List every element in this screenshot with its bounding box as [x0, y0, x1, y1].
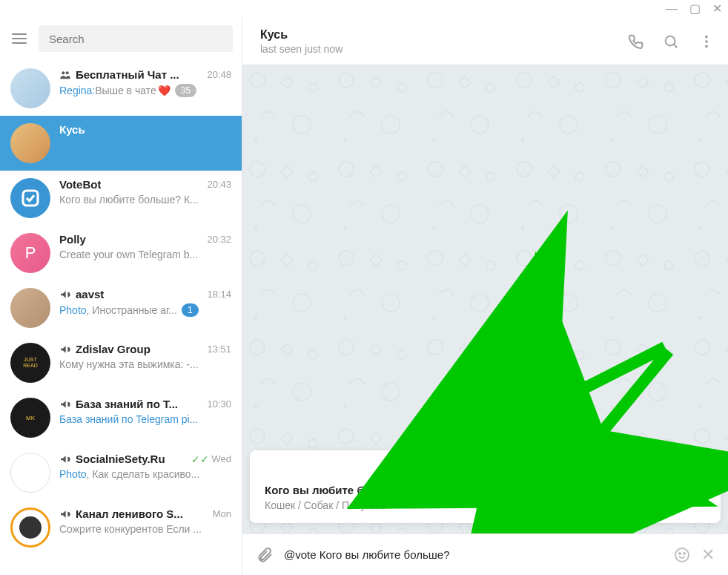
chat-title-text: Zdislav Group	[76, 343, 150, 355]
avatar: MK	[10, 398, 50, 438]
group-icon	[59, 69, 71, 81]
chat-item[interactable]: SocialnieSety.Ru ✓✓Wed Photo, Как сделат…	[0, 445, 242, 500]
chat-time: Mon	[213, 508, 231, 519]
svg-point-5	[705, 40, 708, 43]
chat-time: 18:14	[207, 289, 231, 300]
chat-header-status: last seen just now	[260, 43, 343, 55]
avatar-letter: P	[25, 243, 36, 263]
photo-label: Photo	[59, 468, 87, 480]
chat-preview-text: Выше в чате	[95, 85, 156, 96]
sidebar: Бесплатный Чат ... 20:48 Regina: Выше в …	[0, 18, 242, 575]
avatar: JUSTREAD	[10, 343, 50, 383]
chat-item[interactable]: Канал ленивого S... Mon Сожрите конкурен…	[0, 500, 242, 555]
chat-time: 20:43	[207, 179, 231, 190]
chat-preview-text: Сожрите конкурентов Если ...	[59, 523, 231, 535]
call-icon[interactable]	[627, 33, 643, 50]
minimize-button[interactable]: —	[666, 3, 678, 15]
chat-preview-text: Кому нужна эта выжимка: -...	[59, 358, 231, 370]
heart-icon: ❤️	[158, 85, 171, 96]
chat-title-text: База знаний по T...	[76, 398, 178, 410]
channel-icon	[59, 508, 71, 520]
chat-sender: Regina:	[59, 85, 95, 96]
channel-icon	[59, 344, 71, 355]
chat-title-text: Бесплатный Чат ...	[76, 68, 179, 81]
channel-icon	[59, 289, 71, 300]
create-poll-link[interactable]: Create new poll	[265, 461, 706, 473]
chat-background: Create new poll Кого вы любите больше? К…	[242, 65, 728, 533]
chat-time: 10:30	[207, 398, 231, 410]
chat-preview-text: Кого вы любите больше? К...	[59, 194, 231, 206]
unread-badge: 1	[182, 303, 199, 317]
chat-time: 20:48	[207, 69, 231, 80]
clear-input-icon[interactable]: ✕	[701, 545, 715, 565]
svg-point-1	[66, 71, 69, 74]
chat-title-text: Кусь	[59, 123, 85, 136]
chat-header: Кусь last seen just now	[242, 18, 728, 65]
more-icon[interactable]	[698, 33, 715, 50]
search-icon[interactable]	[663, 33, 679, 50]
chat-header-name[interactable]: Кусь	[260, 28, 343, 42]
chat-time: 20:32	[207, 234, 231, 245]
chat-item[interactable]: MK База знаний по T... 10:30 База знаний…	[0, 390, 242, 445]
chat-item[interactable]: JUSTREAD Zdislav Group 13:51 Кому нужна …	[0, 335, 242, 390]
maximize-button[interactable]: ▢	[689, 3, 701, 15]
svg-point-4	[705, 35, 708, 38]
chat-item[interactable]: aavst 18:14 Photo, Иностранные аг...1	[0, 280, 242, 335]
avatar	[10, 507, 50, 548]
avatar: P	[10, 233, 50, 273]
chat-item[interactable]: P Polly 20:32 Create your own Telegram b…	[0, 226, 242, 280]
svg-point-6	[705, 45, 708, 47]
photo-label: Photo	[59, 304, 87, 316]
bot-suggestion-popup[interactable]: Create new poll Кого вы любите больше? К…	[250, 450, 721, 523]
poll-question: Кого вы любите больше?	[265, 484, 706, 496]
svg-point-12	[679, 553, 681, 554]
chat-time: 13:51	[207, 344, 231, 355]
window-titlebar: — ▢ ✕	[0, 0, 728, 18]
avatar	[10, 453, 50, 493]
chat-item[interactable]: Кусь	[0, 116, 242, 171]
chat-link-preview: База знаний по Telegram pi...	[59, 413, 198, 425]
avatar	[10, 68, 50, 108]
chat-title-text: VoteBot	[59, 178, 101, 191]
attach-icon[interactable]	[256, 546, 274, 564]
close-window-button[interactable]: ✕	[712, 3, 722, 15]
avatar	[10, 288, 50, 328]
svg-point-11	[675, 548, 689, 562]
chat-time: ✓✓Wed	[191, 453, 232, 465]
poll-options: Кошек / Собак / Попугаев	[265, 499, 706, 511]
chat-title-text: aavst	[76, 288, 104, 300]
chat-preview-text: Create your own Telegram b...	[59, 249, 231, 260]
unread-badge: 35	[175, 84, 196, 97]
chat-title-text: Канал ленивого S...	[76, 507, 183, 520]
chat-title-text: SocialnieSety.Ru	[76, 453, 165, 465]
chat-item[interactable]: Бесплатный Чат ... 20:48 Regina: Выше в …	[0, 61, 242, 116]
message-input-row: ✕	[242, 533, 728, 575]
chat-preview-text: , Иностранные аг...	[87, 304, 177, 316]
chat-list: Бесплатный Чат ... 20:48 Regina: Выше в …	[0, 61, 242, 575]
avatar	[10, 123, 50, 163]
svg-point-0	[62, 71, 64, 74]
chat-preview-text: , Как сделать красиво...	[87, 468, 200, 480]
search-input[interactable]	[39, 25, 233, 52]
svg-point-13	[684, 553, 685, 554]
read-check-icon: ✓✓	[191, 453, 209, 465]
message-input[interactable]	[284, 548, 663, 561]
channel-icon	[59, 453, 71, 465]
menu-icon[interactable]	[9, 30, 30, 47]
emoji-icon[interactable]	[673, 546, 691, 564]
channel-icon	[59, 398, 71, 410]
chat-title-text: Polly	[59, 233, 86, 246]
avatar	[10, 178, 50, 218]
svg-point-3	[666, 36, 675, 45]
main-panel: Кусь last seen just now	[242, 18, 728, 575]
search-row	[0, 18, 242, 61]
chat-item[interactable]: VoteBot 20:43 Кого вы любите больше? К..…	[0, 171, 242, 226]
